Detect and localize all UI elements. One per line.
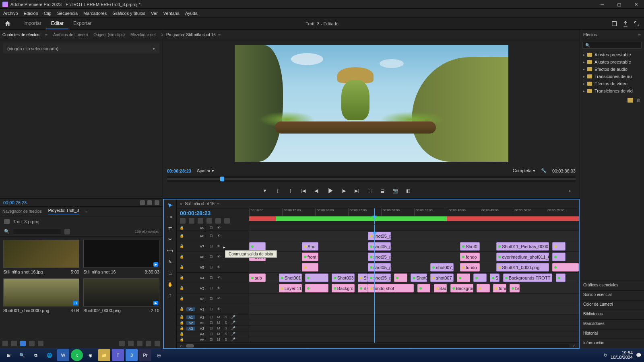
- app-icon[interactable]: 3: [126, 349, 138, 361]
- collapsed-panel[interactable]: Color de Lumetri: [580, 300, 644, 310]
- lift-icon[interactable]: ⬚: [366, 187, 373, 194]
- timeline-clip[interactable]: Shot011_0000.png: [496, 263, 549, 272]
- sync-lock-icon[interactable]: ⊡: [209, 332, 214, 337]
- timeline-clip[interactable]: Shot011_Piedras_0000.png: [496, 242, 549, 251]
- timeline-clip[interactable]: [249, 242, 266, 251]
- zoom-slider-icon[interactable]: [119, 341, 125, 346]
- video-track-lane[interactable]: Layer 11 copBackgroBackgrofondo shotBack…: [249, 283, 579, 294]
- toggle-output-icon[interactable]: 👁: [216, 307, 221, 312]
- filter-icon[interactable]: [140, 200, 145, 205]
- timeline-clip[interactable]: [477, 284, 490, 292]
- timeline-clip[interactable]: Backgrou: [450, 284, 473, 292]
- go-to-out-icon[interactable]: ▶|: [353, 187, 360, 194]
- toggle-output-icon[interactable]: 👁: [216, 234, 221, 239]
- toggle-output-icon[interactable]: 👁: [216, 255, 221, 259]
- sync-lock-icon[interactable]: ⊡: [209, 265, 214, 270]
- timeline-playhead[interactable]: [374, 208, 375, 224]
- timeline-clip[interactable]: overlmedium_shot011_0000.png: [496, 253, 549, 261]
- audio-track-header[interactable]: 🔒A2A2⊡MS🎤: [177, 320, 249, 326]
- audio-track-lane[interactable]: [249, 320, 579, 326]
- ripple-edit-tool-icon[interactable]: ⇄: [167, 224, 174, 232]
- sync-lock-icon[interactable]: ⊡: [209, 321, 214, 325]
- lock-icon[interactable]: 🔒: [179, 234, 184, 239]
- timeline-clip[interactable]: Shot0: [460, 242, 480, 251]
- solo-button[interactable]: S: [223, 337, 228, 342]
- menu-secuencia[interactable]: Secuencia: [57, 11, 78, 16]
- quick-export-icon[interactable]: [611, 21, 617, 27]
- collapsed-panel[interactable]: Historial: [580, 329, 644, 339]
- linked-selection-icon[interactable]: [189, 218, 194, 224]
- timeline-clip[interactable]: [394, 274, 407, 282]
- sequence-name[interactable]: Still niña shot 16: [185, 202, 214, 206]
- effects-folder[interactable]: ▸Efectos de audio: [580, 66, 644, 73]
- automate-icon[interactable]: [38, 341, 43, 346]
- hand-tool-icon[interactable]: ✋: [167, 281, 174, 288]
- effects-folder[interactable]: ▸Transiciones de au: [580, 73, 644, 80]
- mute-button[interactable]: M: [216, 337, 221, 342]
- ec-tab[interactable]: Ámbitos de Lumetri: [53, 33, 88, 37]
- wrench-icon[interactable]: 🔧: [541, 168, 547, 173]
- freeform-view-icon[interactable]: [20, 341, 26, 346]
- collapsed-panel[interactable]: Información: [580, 339, 644, 348]
- timeline-clip[interactable]: Backgro: [332, 284, 355, 292]
- program-tab[interactable]: Programa: Still niña shot 16: [166, 33, 216, 37]
- type-tool-icon[interactable]: T: [167, 292, 174, 299]
- playhead-marker[interactable]: [220, 177, 224, 181]
- solo-button[interactable]: S: [223, 332, 228, 337]
- solo-button[interactable]: S: [223, 315, 228, 320]
- selection-tool-icon[interactable]: [167, 202, 174, 209]
- search-icon[interactable]: 🔍: [16, 349, 28, 361]
- mark-in-icon[interactable]: {: [274, 187, 281, 194]
- chrome-icon[interactable]: ◉: [85, 349, 97, 361]
- timeline-clip[interactable]: fondo: [493, 284, 506, 292]
- program-timecode-current[interactable]: 00:00:28:23: [167, 169, 191, 173]
- pen-tool-icon[interactable]: ✎: [167, 258, 174, 265]
- new-item-icon[interactable]: [147, 200, 152, 205]
- audio-track-lane[interactable]: [249, 326, 579, 331]
- sync-lock-icon[interactable]: ⊡: [209, 296, 214, 301]
- lock-icon[interactable]: 🔒: [179, 307, 184, 312]
- nav-tab-exportar[interactable]: Exportar: [68, 18, 96, 29]
- list-view-icon[interactable]: [2, 341, 8, 346]
- voiceover-icon[interactable]: 🎤: [231, 337, 235, 342]
- start-button[interactable]: ⊞: [2, 349, 14, 361]
- timeline-clip[interactable]: sub: [249, 274, 266, 282]
- play-button[interactable]: [326, 186, 334, 195]
- timeline-clip[interactable]: [552, 253, 566, 261]
- audio-track-header[interactable]: 🔒A5⊡MS🎤: [177, 337, 249, 343]
- menu-gráficos y títulos[interactable]: Gráficos y títulos: [112, 11, 145, 16]
- minimize-button[interactable]: ─: [597, 1, 608, 8]
- timeline-zoom-scrollbar[interactable]: [186, 344, 570, 348]
- toggle-output-icon[interactable]: 👁: [216, 276, 221, 280]
- timeline-clip[interactable]: [305, 284, 328, 292]
- clock-date[interactable]: 10/10/2024: [611, 355, 633, 360]
- ec-tab[interactable]: Controles de efectos: [2, 33, 39, 37]
- audio-track-lane[interactable]: [249, 337, 579, 343]
- timeline-clip[interactable]: Shot04_: [358, 274, 368, 282]
- sync-lock-icon[interactable]: ⊡: [209, 234, 214, 239]
- media-thumbnail[interactable]: ▶Shot002_0000.png2:10: [83, 278, 159, 313]
- export-frame-icon[interactable]: 📷: [392, 187, 399, 194]
- timeline-clip[interactable]: front: [302, 253, 318, 261]
- sync-icon[interactable]: ↻: [604, 353, 607, 358]
- toggle-output-icon[interactable]: 👁: [216, 286, 221, 291]
- lock-icon[interactable]: 🔒: [179, 226, 184, 230]
- audio-track-header[interactable]: 🔒A1A1⊡MS🎤: [177, 315, 249, 320]
- timeline-clip[interactable]: fondo: [460, 263, 480, 272]
- voiceover-icon[interactable]: 🎤: [231, 321, 235, 325]
- zoom-fit-dropdown[interactable]: Ajustar ▾: [197, 168, 214, 173]
- lock-icon[interactable]: 🔒: [179, 326, 184, 331]
- video-track-lane[interactable]: [249, 225, 579, 231]
- video-track-header[interactable]: 🔒V2⊡👁: [177, 294, 249, 304]
- effects-folder[interactable]: ▸Ajustes preestable: [580, 51, 644, 58]
- voiceover-icon[interactable]: 🎤: [231, 326, 235, 331]
- timeline-clip[interactable]: Layer 11 cop: [279, 284, 302, 292]
- timeline-clip[interactable]: Sho: [302, 242, 318, 251]
- timeline-clip[interactable]: shot05_pe: [368, 263, 391, 272]
- audio-track-lane[interactable]: [249, 315, 579, 320]
- timeline-clip[interactable]: shot05_pe: [368, 242, 391, 251]
- playhead-line[interactable]: [374, 225, 375, 343]
- sort-icon[interactable]: [29, 341, 35, 346]
- solo-button[interactable]: S: [223, 321, 228, 325]
- toggle-output-icon[interactable]: 👁: [216, 296, 221, 301]
